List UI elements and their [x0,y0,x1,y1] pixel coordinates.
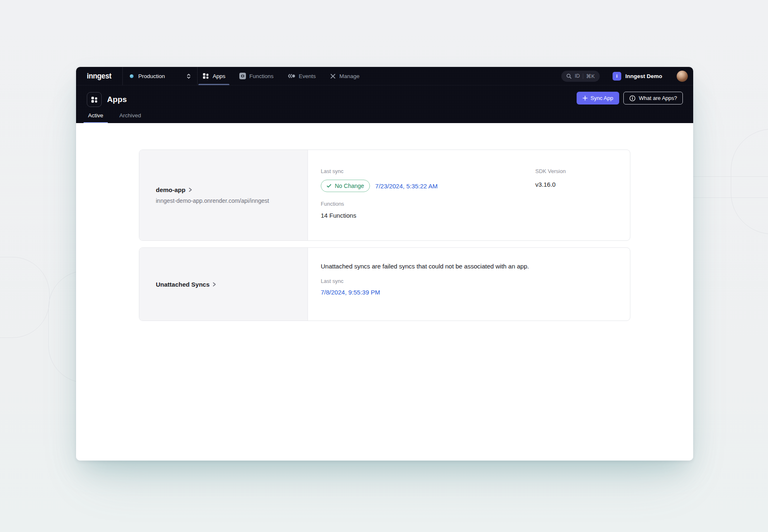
plus-icon [582,95,588,101]
badge-label: No Change [335,183,364,189]
user-menu[interactable] [671,71,693,82]
chevron-up-down-icon [186,73,191,79]
org-badge: i [613,72,621,81]
functions-label: Functions [321,201,535,207]
unattached-card-summary: Unattached Syncs [139,248,308,321]
what-are-apps-label: What are Apps? [639,95,677,101]
search-icon [566,74,572,79]
divider [583,74,583,79]
page-title: Apps [107,95,127,104]
background-rounded-shape [0,257,50,338]
header-actions: Sync App What are Apps? [577,92,683,104]
nav-item-label: Events [299,73,316,79]
search-shortcut-keys: ⌘K [586,73,595,79]
last-sync-time-link[interactable]: 7/23/2024, 5:35:22 AM [375,183,438,190]
tabs: Active Archived [83,112,145,123]
app-url: inngest-demo-app.onrender.com/api/innges… [156,197,308,204]
nav-item-label: Manage [339,73,360,79]
nav-item-label: Apps [212,73,225,79]
app-card-sdk-column: SDK Version v3.16.0 [535,168,566,240]
app-name: demo-app [156,186,186,193]
sdk-version-value: v3.16.0 [535,181,566,188]
tab-active[interactable]: Active [83,112,108,123]
top-nav-right: ID ⌘K i Inngest Demo [561,67,693,85]
functions-field: Functions 14 Functions [321,201,535,219]
top-nav: inngest Production [76,67,693,86]
sdk-version-label: SDK Version [535,168,566,174]
primary-nav: Apps Functions [198,67,363,85]
last-sync-label: Last sync [321,168,535,174]
nav-item-label: Functions [249,73,274,79]
app-card-main-column: Last sync No Change 7/23/2024, 5:35:22 A… [321,168,535,240]
apps-grid-icon [203,73,209,79]
check-icon [327,184,332,188]
apps-grid-icon-box [87,92,102,107]
background-rounded-shape [731,129,768,234]
sync-app-label: Sync App [591,95,613,101]
chevron-right-icon [212,282,216,287]
page-header: Apps Sync App What a [76,86,693,123]
app-card-details: Last sync No Change 7/23/2024, 5:35:22 A… [308,150,630,240]
inngest-logo[interactable]: inngest [76,67,122,85]
divider [197,67,198,85]
no-change-badge: No Change [321,180,370,192]
app-window: inngest Production [76,67,693,461]
manage-tools-icon [330,73,336,79]
environment-name: Production [138,73,165,79]
app-card-summary: demo-app inngest-demo-app.onrender.com/a… [139,150,308,240]
app-name-link[interactable]: demo-app [156,186,308,193]
info-icon [629,95,636,102]
org-switcher[interactable]: i Inngest Demo [606,72,670,81]
environment-status-icon [130,74,134,78]
background-line [682,197,768,198]
search-label: ID [575,73,580,79]
nav-item-events[interactable]: Events [284,67,320,85]
unattached-card-details: Unattached syncs are failed syncs that c… [308,248,630,321]
tab-archived[interactable]: Archived [115,112,146,123]
functions-code-icon [239,73,246,79]
org-name: Inngest Demo [625,73,662,79]
sync-app-button[interactable]: Sync App [577,92,619,104]
last-sync-row: No Change 7/23/2024, 5:35:22 AM [321,180,535,192]
inngest-logo-text: inngest [87,72,111,81]
environment-selector[interactable]: Production [123,67,197,85]
unattached-syncs-link[interactable]: Unattached Syncs [156,281,308,288]
search-shortcut[interactable]: ID ⌘K [561,71,599,82]
nav-item-functions[interactable]: Functions [235,67,278,85]
chevron-right-icon [188,187,192,192]
page-title-row: Apps [87,92,127,107]
last-sync-time-link[interactable]: 7/8/2024, 9:55:39 PM [321,289,380,296]
what-are-apps-button[interactable]: What are Apps? [623,92,683,104]
background-line [682,176,768,177]
unattached-syncs-card: Unattached Syncs Unattached syncs are fa… [139,247,630,321]
nav-item-apps[interactable]: Apps [198,67,229,85]
unattached-syncs-title: Unattached Syncs [156,281,210,288]
unattached-description: Unattached syncs are failed syncs that c… [321,263,613,270]
app-card: demo-app inngest-demo-app.onrender.com/a… [139,150,630,241]
events-stream-icon [288,73,296,79]
nav-item-manage[interactable]: Manage [326,67,364,85]
apps-list: demo-app inngest-demo-app.onrender.com/a… [76,123,693,461]
user-avatar [677,71,688,82]
page: { "topnav": { "logo": "inngest", "enviro… [0,0,768,532]
functions-count: 14 Functions [321,212,535,219]
last-sync-label: Last sync [321,278,613,284]
